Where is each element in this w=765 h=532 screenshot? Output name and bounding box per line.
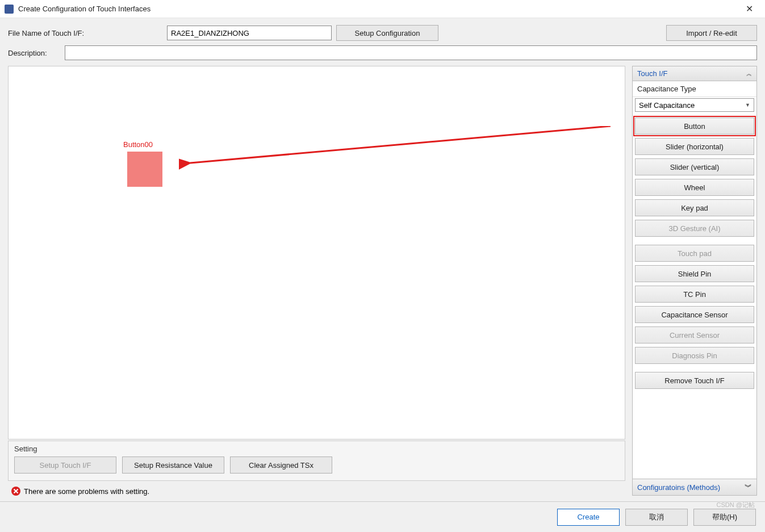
palette-item-touch-pad: Touch pad xyxy=(635,245,754,262)
palette-item-3d-gesture-ai-: 3D Gesture (AI) xyxy=(635,220,754,237)
setting-title: Setting xyxy=(14,445,619,453)
configurations-header-label: Configuratoins (Methods) xyxy=(637,483,745,492)
help-button[interactable]: 帮助(H) xyxy=(693,509,756,526)
setting-buttons: Setup Touch I/F Setup Resistance Value C… xyxy=(14,456,619,474)
action-bar: Create 取消 帮助(H) xyxy=(0,501,765,532)
chevron-up-icon: ︽ xyxy=(746,70,752,78)
button00-label: Button00 xyxy=(123,140,153,149)
palette-header-configurations[interactable]: Configuratoins (Methods) ︾ xyxy=(633,479,756,495)
left-column: Button00 Setting Setup Touch I/F Setup R… xyxy=(8,66,625,496)
button00-element[interactable] xyxy=(127,152,162,187)
setup-configuration-button[interactable]: Setup Configuration xyxy=(336,25,438,41)
chevron-down-icon: ︾ xyxy=(745,482,752,492)
chevron-down-icon: ▼ xyxy=(745,102,750,108)
description-label: Description: xyxy=(8,49,65,57)
filename-input[interactable] xyxy=(167,26,332,40)
palette-separator xyxy=(635,367,754,372)
import-reedit-button[interactable]: Import / Re-edit xyxy=(666,25,757,41)
filename-row: File Name of Touch I/F: Setup Configurat… xyxy=(8,25,757,41)
palette-item-tc-pin[interactable]: TC Pin xyxy=(635,286,754,303)
palette-item-current-sensor: Current Sensor xyxy=(635,326,754,344)
palette-item-capacitance-sensor[interactable]: Capacitance Sensor xyxy=(635,306,754,323)
palette-header-touch-if[interactable]: Touch I/F ︽ xyxy=(633,66,756,81)
close-icon[interactable]: ✕ xyxy=(738,3,760,14)
create-button[interactable]: Create xyxy=(557,509,620,526)
filename-label: File Name of Touch I/F: xyxy=(8,29,167,37)
problem-row: There are some problems with setting. xyxy=(11,487,625,496)
capacitance-type-label: Capacitance Type xyxy=(633,81,756,97)
main-area: Button00 Setting Setup Touch I/F Setup R… xyxy=(8,66,757,496)
description-row: Description: xyxy=(8,45,757,60)
window-title: Create Configuration of Touch Interfaces xyxy=(18,5,738,13)
svg-line-0 xyxy=(190,126,611,163)
titlebar: Create Configuration of Touch Interfaces… xyxy=(0,0,765,18)
cancel-button[interactable]: 取消 xyxy=(625,509,688,526)
palette-item-button[interactable]: Button xyxy=(635,118,754,135)
watermark: CSDN @记帖 xyxy=(717,501,755,509)
palette-item-remove-touch-i-f[interactable]: Remove Touch I/F xyxy=(635,372,754,389)
palette-item-shield-pin[interactable]: Shield Pin xyxy=(635,265,754,282)
palette-item-slider-vertical-[interactable]: Slider (vertical) xyxy=(635,158,754,175)
setup-resistance-button[interactable]: Setup Resistance Value xyxy=(122,456,224,474)
palette-list: ButtonSlider (horizontal)Slider (vertica… xyxy=(633,115,756,479)
error-icon xyxy=(11,487,20,496)
palette-item-diagnosis-pin: Diagnosis Pin xyxy=(635,347,754,364)
clear-assigned-tsx-button[interactable]: Clear Assigned TSx xyxy=(230,456,332,474)
palette: Touch I/F ︽ Capacitance Type Self Capaci… xyxy=(632,66,757,496)
palette-item-slider-horizontal-[interactable]: Slider (horizontal) xyxy=(635,138,754,155)
dialog-body: File Name of Touch I/F: Setup Configurat… xyxy=(0,18,765,532)
capacitance-type-select[interactable]: Self Capacitance ▼ xyxy=(635,98,754,112)
app-icon xyxy=(5,5,14,14)
palette-item-wheel[interactable]: Wheel xyxy=(635,179,754,196)
setup-touch-if-button: Setup Touch I/F xyxy=(14,456,116,474)
problem-text: There are some problems with setting. xyxy=(24,487,149,496)
palette-header-label: Touch I/F xyxy=(637,69,746,78)
setting-panel: Setting Setup Touch I/F Setup Resistance… xyxy=(8,441,625,481)
palette-item-key-pad[interactable]: Key pad xyxy=(635,199,754,216)
annotation-arrow xyxy=(179,126,616,171)
design-canvas[interactable]: Button00 xyxy=(8,66,625,439)
palette-separator xyxy=(635,240,754,245)
description-input[interactable] xyxy=(65,45,757,60)
capacitance-type-value: Self Capacitance xyxy=(639,101,745,110)
